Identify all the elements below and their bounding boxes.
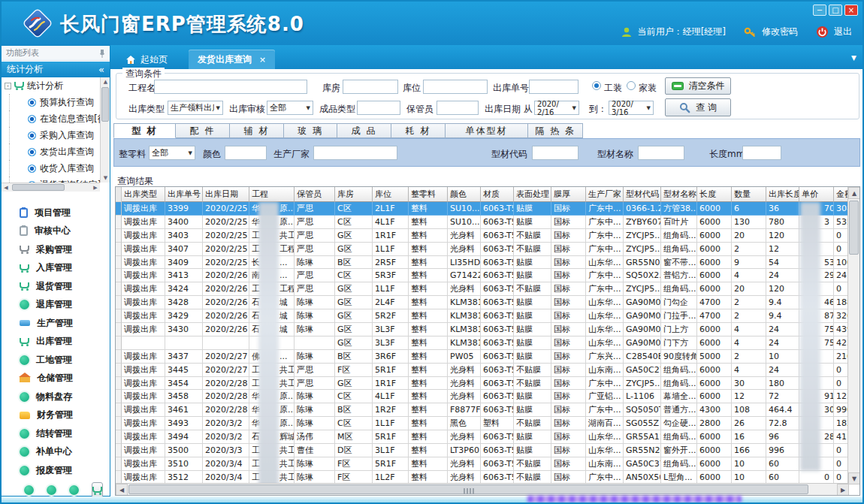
column-header[interactable]: 整零料 bbox=[409, 187, 448, 202]
column-header[interactable]: 材质 bbox=[481, 187, 514, 202]
table-row[interactable]: 调拨出库34282020/2/26石城陈琳G区2L4F整料KLM38176063… bbox=[116, 296, 849, 309]
column-header[interactable]: 出库单号 bbox=[165, 187, 203, 202]
project-name-input[interactable] bbox=[154, 80, 307, 94]
manufacturer-input[interactable] bbox=[313, 146, 397, 160]
sidebar-item[interactable]: 补单中心 bbox=[2, 443, 110, 462]
sidebar-section-header[interactable]: 统计分析 « bbox=[2, 62, 110, 77]
sidebar-item[interactable]: 报废管理 bbox=[2, 461, 110, 480]
date-from-picker[interactable]: 2020/ 2/16▼ bbox=[534, 101, 579, 115]
more-groups-button[interactable] bbox=[92, 482, 103, 498]
tree-item[interactable]: 采购入库查询 bbox=[9, 127, 100, 143]
scroll-down-icon[interactable]: ▼ bbox=[101, 174, 110, 183]
length-input[interactable] bbox=[742, 146, 781, 160]
table-row[interactable]: 调拨出库35102020/3/4工共工程陈琳F区5R1F整料光身料6063-T5… bbox=[116, 457, 849, 471]
column-header[interactable]: 型材代码 bbox=[624, 187, 661, 202]
product-type-input[interactable] bbox=[357, 101, 400, 115]
sidebar-item[interactable]: 物料盘存 bbox=[2, 388, 110, 406]
sidebar-item[interactable]: 出库管理 bbox=[2, 333, 110, 352]
tab-overflow-icon[interactable]: ▼ bbox=[851, 54, 856, 62]
table-row[interactable]: 调拨出库34242020/2/26工工程严思G区1L1F整料光身料6063-T5… bbox=[116, 282, 849, 296]
table-row[interactable]: 调拨出库34582020/2/28华原...陈琳C区4L1F整料光身料6063-… bbox=[116, 390, 849, 403]
grid-vertical-scrollbar[interactable]: ▲ ▼ bbox=[847, 187, 859, 484]
column-header[interactable]: 工程 bbox=[249, 187, 295, 202]
sidebar-item[interactable]: 结转管理 bbox=[2, 424, 110, 443]
tree-item[interactable]: 发货出库查询 bbox=[9, 143, 100, 160]
work-install-radio[interactable] bbox=[592, 81, 601, 90]
column-header[interactable]: 金额 bbox=[834, 187, 849, 202]
column-header[interactable]: 出库类型 bbox=[122, 187, 165, 202]
column-header[interactable]: 膜厚 bbox=[551, 187, 586, 202]
sidebar-item[interactable]: 退库管理 bbox=[2, 296, 110, 315]
table-row[interactable]: G区3L3F整料KLM38176063-T5贴膜国标山东华...GA90M09.… bbox=[116, 337, 849, 350]
column-header[interactable]: 长度 bbox=[697, 187, 732, 202]
table-row[interactable]: 调拨出库34932020/3/2华原...陈琳C区1L1F整料黑色塑料不贴膜国标… bbox=[116, 417, 849, 430]
sidebar-item[interactable]: 工地管理 bbox=[2, 351, 110, 370]
column-header[interactable]: 库房 bbox=[335, 187, 373, 202]
column-header[interactable]: 颜色 bbox=[448, 187, 481, 202]
close-button[interactable]: × bbox=[844, 5, 858, 16]
table-row[interactable]: 调拨出库34092020/2/25长...陈琳B区2R5F整料LI35HD606… bbox=[116, 256, 849, 270]
order-no-input[interactable] bbox=[529, 80, 579, 94]
scroll-right-icon[interactable]: ▶ bbox=[91, 183, 100, 192]
maximize-button[interactable]: □ bbox=[829, 5, 842, 16]
tree-root-item[interactable]: -统计分析 bbox=[2, 77, 100, 94]
table-row[interactable]: 调拨出库34002020/2/25华原...严思C区4L1F整料SU10...6… bbox=[116, 216, 849, 229]
scroll-left-icon[interactable]: ◀ bbox=[116, 484, 128, 496]
table-row[interactable]: 调拨出库34132020/2/26南...严思C区5R3F整料G71422606… bbox=[116, 269, 849, 282]
warehouse-input[interactable] bbox=[343, 80, 398, 94]
table-row[interactable]: 调拨出库34292020/2/26石城陈琳G区5R2F整料KLM38176063… bbox=[116, 309, 849, 323]
clear-conditions-button[interactable]: 清空条件 bbox=[665, 77, 731, 95]
table-row[interactable]: 调拨出库34942020/3/2石辉城汤伟M区5R1F整料光身料6063-T5贴… bbox=[116, 430, 849, 444]
material-tab[interactable]: 隔 热 条 bbox=[528, 123, 583, 138]
table-row[interactable]: 调拨出库33992020/2/25华原...严思C区2L1F整料SU10...6… bbox=[116, 202, 849, 216]
search-button[interactable]: 查 询 bbox=[665, 98, 731, 116]
column-header[interactable]: 生产厂家 bbox=[586, 187, 624, 202]
material-tab[interactable]: 耗 材 bbox=[391, 123, 446, 138]
tab-shipment-outbound-query[interactable]: 发货出库查询× bbox=[189, 50, 275, 69]
profile-code-input[interactable] bbox=[532, 146, 579, 160]
table-row[interactable]: 调拨出库34612020/2/28华原...陈琳B区1R2F整料F8877FT6… bbox=[116, 403, 849, 417]
table-row[interactable]: 调拨出库34032020/2/25工共工程严思G区1R1F整料光身料6063-T… bbox=[116, 229, 849, 243]
scroll-down-icon[interactable]: ▼ bbox=[848, 472, 860, 484]
material-tab[interactable]: 单体型材 bbox=[446, 123, 528, 138]
table-row[interactable]: 调拨出库34542020/2/28工共工程严思G区1R1F整料光身料6063-T… bbox=[116, 377, 849, 391]
column-header[interactable]: 表面处理 bbox=[514, 187, 551, 202]
home-install-radio[interactable] bbox=[627, 81, 636, 90]
minimize-button[interactable]: − bbox=[813, 5, 826, 16]
sidebar-item[interactable]: 生产管理 bbox=[2, 314, 110, 333]
table-row[interactable]: 调拨出库34072020/2/25工工程严思G区1L1F整料光身料6063-T5… bbox=[116, 243, 849, 256]
scroll-left-icon[interactable]: ◀ bbox=[2, 183, 11, 192]
table-row[interactable]: 调拨出库34452020/2/27工共工程严思F区5R1F整料光身料6063-T… bbox=[116, 364, 849, 377]
tab-start-page[interactable]: 起始页 bbox=[116, 50, 177, 69]
tab-close-icon[interactable]: × bbox=[259, 55, 266, 65]
column-header[interactable]: 出库日期 bbox=[203, 187, 249, 202]
material-tab[interactable]: 成 品 bbox=[337, 123, 391, 138]
sidebar-item[interactable]: 项目管理 bbox=[2, 204, 110, 222]
color-input[interactable] bbox=[225, 146, 267, 160]
column-header[interactable]: 单价 bbox=[799, 187, 834, 202]
pin-icon[interactable] bbox=[98, 49, 106, 59]
table-row[interactable]: 调拨出库34302020/2/26石城陈琳G区3L3F整料KLM38176063… bbox=[116, 323, 849, 337]
profile-name-input[interactable] bbox=[638, 146, 684, 160]
material-tab[interactable]: 玻 璃 bbox=[284, 123, 337, 138]
table-row[interactable]: 调拨出库34372020/2/27佛...陈琳B区3R6F整料PW056063-… bbox=[116, 350, 849, 364]
whole-piece-select[interactable]: 全部▼ bbox=[149, 146, 195, 160]
tree-item[interactable]: 预算执行查询 bbox=[9, 94, 100, 110]
sidebar-item[interactable]: 入库管理 bbox=[2, 259, 110, 278]
material-tab[interactable]: 型 材 bbox=[113, 123, 176, 138]
sidebar-item[interactable]: 审核中心 bbox=[2, 222, 110, 241]
keeper-input[interactable] bbox=[437, 101, 479, 115]
home-install-label[interactable]: 家装 bbox=[639, 82, 657, 95]
column-header[interactable]: 库位 bbox=[373, 187, 409, 202]
tree-item[interactable]: 在途信息查询[待 bbox=[9, 110, 100, 127]
work-install-label[interactable]: 工装 bbox=[604, 82, 622, 95]
date-to-picker[interactable]: 2020/ 3/16▼ bbox=[609, 101, 654, 115]
sidebar-item[interactable]: 财务管理 bbox=[2, 406, 110, 425]
material-tab[interactable]: 配 件 bbox=[176, 123, 230, 138]
circle-icon[interactable] bbox=[69, 485, 79, 495]
sidebar-item[interactable]: 采购管理 bbox=[2, 240, 110, 259]
audit-select[interactable]: 全部▼ bbox=[267, 101, 313, 115]
change-password-link[interactable]: 修改密码 bbox=[762, 26, 798, 38]
column-header[interactable]: 数量 bbox=[732, 187, 766, 202]
tree-vertical-scrollbar[interactable]: ▲ ▼ bbox=[100, 77, 110, 183]
